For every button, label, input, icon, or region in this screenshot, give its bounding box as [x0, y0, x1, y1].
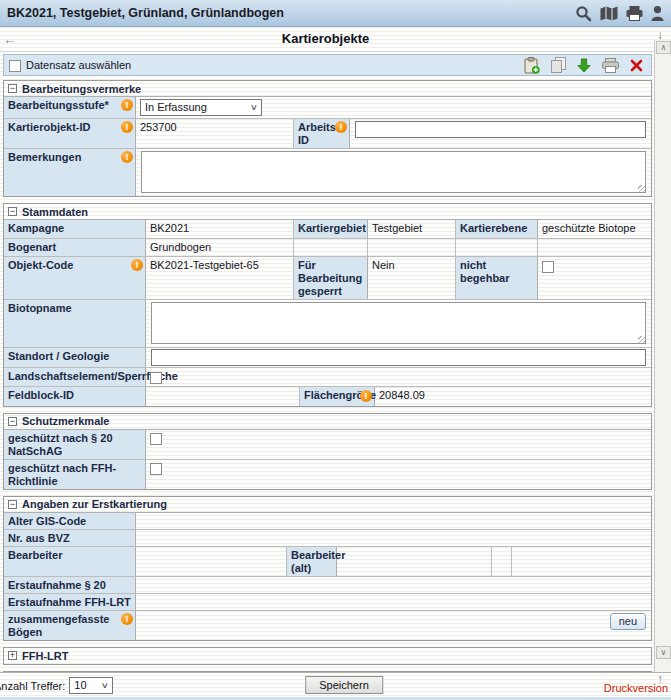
alter-gis-code-value — [136, 513, 651, 529]
footer-bar: Anzahl Treffer: 10 ∨ Speichern ↑ Druckve… — [0, 672, 671, 697]
section-header-stammdaten[interactable]: − Stammdaten — [4, 204, 651, 220]
row-feldblock: Feldblock-ID Flächengröße ! 20848.09 — [4, 387, 651, 406]
kampagne-value: BK2021 — [146, 220, 294, 238]
kartierobjekt-id-value: 253700 — [136, 119, 294, 148]
nicht-begehbar-checkbox[interactable] — [542, 261, 554, 273]
row-erstaufnahme-ffh: Erstaufnahme FFH-LRT — [4, 594, 651, 611]
record-toolbar: Datensatz auswählen — [3, 54, 652, 76]
vertical-scrollbar[interactable]: ∧ ∨ — [654, 40, 671, 672]
chevron-down-icon: ∨ — [101, 681, 109, 690]
info-icon[interactable]: ! — [131, 259, 143, 271]
map-icon[interactable] — [600, 6, 618, 21]
bogenart-value: Grundbogen — [146, 239, 294, 256]
kartiergebiet-value: Testgebiet — [368, 220, 456, 238]
select-record-label: Datensatz auswählen — [26, 59, 131, 71]
info-icon[interactable]: ! — [121, 99, 133, 111]
row-nr-aus-bvz: Nr. aus BVZ — [4, 530, 651, 547]
row-objekt-code: Objekt-Code ! BK2021-Testgebiet-65 Für B… — [4, 257, 651, 300]
print-icon[interactable] — [626, 6, 643, 21]
row-kampagne: Kampagne BK2021 Kartiergebiet Testgebiet… — [4, 220, 651, 239]
page-title: Kartierobjekte — [0, 31, 651, 46]
window-title: BK2021, Testgebiet, Grünland, Grünlandbo… — [7, 6, 575, 20]
druckversion-link[interactable]: Druckversion — [604, 682, 668, 694]
search-icon[interactable] — [575, 5, 592, 22]
bearbeitungsstufe-select[interactable]: In Erfassung ∨ — [140, 99, 262, 116]
row-kartierobjekt-id: Kartierobjekt-ID ! 253700 Arbeits-ID ! — [4, 119, 651, 149]
standort-geologie-input[interactable] — [151, 349, 646, 366]
row-alter-gis-code: Alter GIS-Code — [4, 513, 651, 530]
biotopname-textarea[interactable] — [151, 302, 646, 344]
save-button[interactable]: Speichern — [305, 676, 383, 694]
row-bearbeitungsstufe: Bearbeitungsstufe* ! In Erfassung ∨ — [4, 97, 651, 119]
ffh-richtlinie-checkbox[interactable] — [150, 463, 162, 475]
arbeits-id-input[interactable] — [355, 121, 646, 138]
scrollbar-down-icon[interactable]: ∨ — [656, 646, 671, 659]
collapse-icon: − — [8, 500, 17, 509]
flaechengroesse-value: 20848.09 — [375, 387, 651, 406]
titlebar-icons — [575, 5, 664, 22]
nr-aus-bvz-value — [136, 530, 651, 546]
row-biotopname: Biotopname — [4, 300, 651, 348]
page-title-row: ← Kartierobjekte — [0, 27, 671, 52]
anzahl-treffer-label: Anzahl Treffer: — [0, 679, 65, 692]
collapse-icon: − — [8, 84, 17, 93]
new-record-icon[interactable] — [524, 57, 540, 74]
row-zusammengefasste-boegen: zusammengefasste Bögen ! neu — [4, 611, 651, 640]
section-header-bearbeitungsvermerke[interactable]: − Bearbeitungsvermerke — [4, 81, 651, 97]
delete-record-icon[interactable] — [630, 59, 643, 72]
erstaufnahme-20-value — [136, 577, 651, 593]
form-scroll-area: Datensatz auswählen — [0, 52, 654, 672]
collapse-icon: − — [8, 207, 17, 216]
bearbeiter-value — [136, 547, 287, 576]
row-bogenart: Bogenart Grundbogen — [4, 239, 651, 257]
section-bearbeitungsvermerke: − Bearbeitungsvermerke Bearbeitungsstufe… — [3, 80, 652, 197]
info-icon[interactable]: ! — [121, 613, 133, 625]
feldblock-id-value — [146, 387, 300, 406]
row-standort: Standort / Geologie — [4, 348, 651, 368]
expand-icon: + — [8, 651, 17, 660]
chevron-down-icon: ∨ — [250, 101, 258, 114]
titlebar: BK2021, Testgebiet, Grünland, Grünlandbo… — [0, 0, 671, 27]
info-icon[interactable]: ! — [335, 121, 347, 133]
record-toolbar-icons — [524, 57, 646, 74]
gesperrt-value: Nein — [368, 257, 456, 299]
bearbeiter-alt-value — [337, 547, 492, 576]
row-natschag: geschützt nach § 20 NatSchAG — [4, 430, 651, 460]
section-ffh-lrt: + FFH-LRT — [3, 647, 652, 665]
neu-boegen-button[interactable]: neu — [610, 613, 646, 630]
row-ffh-richtlinie: geschützt nach FFH-Richtlinie — [4, 460, 651, 489]
objekt-code-value: BK2021-Testgebiet-65 — [146, 257, 294, 299]
section-stammdaten: − Stammdaten Kampagne BK2021 Kartiergebi… — [3, 203, 652, 407]
section-header-schutzmerkmale[interactable]: − Schutzmerkmale — [4, 414, 651, 430]
select-record-checkbox[interactable] — [9, 60, 21, 72]
erstaufnahme-ffh-value — [136, 594, 651, 610]
natschag-checkbox[interactable] — [150, 433, 162, 445]
print-record-icon[interactable] — [602, 58, 619, 73]
info-icon[interactable]: ! — [121, 151, 133, 163]
info-icon[interactable]: ! — [360, 390, 372, 402]
section-erstkartierung: − Angaben zur Erstkartierung Alter GIS-C… — [3, 496, 652, 641]
landschaftselement-checkbox[interactable] — [150, 372, 162, 384]
section-header-ffh-lrt[interactable]: + FFH-LRT — [4, 648, 651, 664]
download-icon[interactable] — [577, 58, 591, 73]
row-landschaftselement: Landschaftselement/Sperrfläche — [4, 368, 651, 387]
section-header-erstkartierung[interactable]: − Angaben zur Erstkartierung — [4, 497, 651, 513]
bemerkungen-textarea[interactable] — [141, 151, 646, 193]
info-icon[interactable]: ! — [121, 121, 133, 133]
app-window: BK2021, Testgebiet, Grünland, Grünlandbo… — [0, 0, 671, 700]
scrollbar-up-icon[interactable]: ∧ — [656, 41, 671, 54]
row-bemerkungen: Bemerkungen ! — [4, 149, 651, 196]
kartierebene-value: geschützte Biotope — [538, 220, 651, 238]
row-bearbeiter: Bearbeiter Bearbeiter (alt) — [4, 547, 651, 577]
copy-record-icon[interactable] — [551, 57, 566, 73]
user-icon[interactable] — [651, 6, 664, 21]
collapse-icon: − — [8, 417, 17, 426]
section-schutzmerkmale: − Schutzmerkmale geschützt nach § 20 Nat… — [3, 413, 652, 490]
anzahl-treffer-select[interactable]: 10 ∨ — [69, 677, 113, 694]
row-erstaufnahme-20: Erstaufnahme § 20 — [4, 577, 651, 594]
